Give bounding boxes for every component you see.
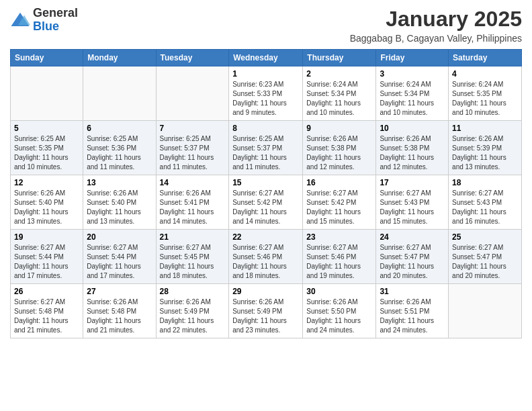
table-cell: 16Sunrise: 6:27 AM Sunset: 5:42 PM Dayli… bbox=[303, 175, 376, 230]
table-cell: 22Sunrise: 6:27 AM Sunset: 5:46 PM Dayli… bbox=[229, 230, 303, 284]
table-cell: 18Sunrise: 6:27 AM Sunset: 5:43 PM Dayli… bbox=[449, 175, 522, 230]
day-info: Sunrise: 6:26 AM Sunset: 5:41 PM Dayligh… bbox=[160, 189, 226, 226]
day-number: 13 bbox=[87, 178, 152, 187]
day-info: Sunrise: 6:25 AM Sunset: 5:37 PM Dayligh… bbox=[160, 134, 226, 172]
day-info: Sunrise: 6:27 AM Sunset: 5:44 PM Dayligh… bbox=[14, 243, 79, 281]
table-cell: 10Sunrise: 6:26 AM Sunset: 5:38 PM Dayli… bbox=[376, 121, 449, 175]
day-info: Sunrise: 6:24 AM Sunset: 5:34 PM Dayligh… bbox=[380, 80, 445, 118]
day-info: Sunrise: 6:26 AM Sunset: 5:40 PM Dayligh… bbox=[87, 189, 152, 226]
header-wednesday: Wednesday bbox=[229, 50, 303, 66]
day-number: 22 bbox=[232, 232, 299, 242]
day-info: Sunrise: 6:27 AM Sunset: 5:43 PM Dayligh… bbox=[452, 189, 518, 226]
table-cell: 31Sunrise: 6:26 AM Sunset: 5:51 PM Dayli… bbox=[376, 284, 449, 338]
table-cell: 26Sunrise: 6:27 AM Sunset: 5:48 PM Dayli… bbox=[11, 284, 83, 338]
day-number: 5 bbox=[14, 124, 79, 133]
day-number: 4 bbox=[452, 69, 518, 79]
table-cell: 2Sunrise: 6:24 AM Sunset: 5:34 PM Daylig… bbox=[303, 66, 376, 121]
day-info: Sunrise: 6:25 AM Sunset: 5:36 PM Dayligh… bbox=[87, 134, 152, 172]
table-cell: 4Sunrise: 6:24 AM Sunset: 5:35 PM Daylig… bbox=[449, 66, 522, 121]
day-number: 16 bbox=[306, 178, 372, 187]
day-number: 28 bbox=[160, 287, 226, 296]
day-number: 14 bbox=[160, 178, 226, 187]
table-cell: 25Sunrise: 6:27 AM Sunset: 5:47 PM Dayli… bbox=[449, 230, 522, 284]
location-title: Baggabag B, Cagayan Valley, Philippines bbox=[350, 33, 522, 44]
table-cell: 27Sunrise: 6:26 AM Sunset: 5:48 PM Dayli… bbox=[83, 284, 156, 338]
day-number: 10 bbox=[380, 124, 445, 133]
day-info: Sunrise: 6:26 AM Sunset: 5:38 PM Dayligh… bbox=[306, 134, 372, 172]
logo-text: General Blue bbox=[33, 7, 78, 34]
week-row-1: 1Sunrise: 6:23 AM Sunset: 5:33 PM Daylig… bbox=[11, 66, 522, 121]
day-number: 29 bbox=[232, 287, 299, 296]
day-info: Sunrise: 6:24 AM Sunset: 5:35 PM Dayligh… bbox=[452, 80, 518, 118]
day-info: Sunrise: 6:25 AM Sunset: 5:37 PM Dayligh… bbox=[232, 134, 299, 172]
day-info: Sunrise: 6:26 AM Sunset: 5:50 PM Dayligh… bbox=[306, 298, 372, 335]
logo: General Blue bbox=[10, 7, 78, 34]
table-cell bbox=[11, 66, 83, 121]
day-info: Sunrise: 6:27 AM Sunset: 5:44 PM Dayligh… bbox=[87, 243, 152, 281]
header-saturday: Saturday bbox=[449, 50, 522, 66]
table-cell bbox=[449, 284, 522, 338]
table-cell bbox=[83, 66, 156, 121]
day-number: 8 bbox=[232, 124, 299, 133]
day-info: Sunrise: 6:25 AM Sunset: 5:35 PM Dayligh… bbox=[14, 134, 79, 172]
day-number: 9 bbox=[306, 124, 372, 133]
table-cell: 30Sunrise: 6:26 AM Sunset: 5:50 PM Dayli… bbox=[303, 284, 376, 338]
day-info: Sunrise: 6:23 AM Sunset: 5:33 PM Dayligh… bbox=[232, 80, 299, 118]
day-number: 17 bbox=[380, 178, 445, 187]
logo-general: General bbox=[33, 6, 78, 19]
weekday-header-row: Sunday Monday Tuesday Wednesday Thursday… bbox=[11, 50, 522, 66]
table-cell: 9Sunrise: 6:26 AM Sunset: 5:38 PM Daylig… bbox=[303, 121, 376, 175]
day-number: 1 bbox=[232, 69, 299, 79]
day-number: 24 bbox=[380, 232, 445, 242]
table-cell: 3Sunrise: 6:24 AM Sunset: 5:34 PM Daylig… bbox=[376, 66, 449, 121]
day-number: 23 bbox=[306, 232, 372, 242]
day-number: 6 bbox=[87, 124, 152, 133]
day-number: 30 bbox=[306, 287, 372, 296]
table-cell: 7Sunrise: 6:25 AM Sunset: 5:37 PM Daylig… bbox=[156, 121, 229, 175]
day-number: 26 bbox=[14, 287, 79, 296]
day-info: Sunrise: 6:26 AM Sunset: 5:38 PM Dayligh… bbox=[380, 134, 445, 172]
day-info: Sunrise: 6:26 AM Sunset: 5:40 PM Dayligh… bbox=[14, 189, 79, 226]
day-info: Sunrise: 6:26 AM Sunset: 5:39 PM Dayligh… bbox=[452, 134, 518, 172]
day-number: 11 bbox=[452, 124, 518, 133]
day-info: Sunrise: 6:26 AM Sunset: 5:49 PM Dayligh… bbox=[232, 298, 299, 335]
calendar-table: Sunday Monday Tuesday Wednesday Thursday… bbox=[10, 49, 522, 338]
table-cell: 6Sunrise: 6:25 AM Sunset: 5:36 PM Daylig… bbox=[83, 121, 156, 175]
day-number: 3 bbox=[380, 69, 445, 79]
day-info: Sunrise: 6:24 AM Sunset: 5:34 PM Dayligh… bbox=[306, 80, 372, 118]
logo-icon bbox=[10, 10, 30, 30]
day-info: Sunrise: 6:27 AM Sunset: 5:42 PM Dayligh… bbox=[232, 189, 299, 226]
day-info: Sunrise: 6:26 AM Sunset: 5:51 PM Dayligh… bbox=[380, 298, 445, 335]
table-cell: 13Sunrise: 6:26 AM Sunset: 5:40 PM Dayli… bbox=[83, 175, 156, 230]
day-info: Sunrise: 6:26 AM Sunset: 5:48 PM Dayligh… bbox=[87, 298, 152, 335]
week-row-5: 26Sunrise: 6:27 AM Sunset: 5:48 PM Dayli… bbox=[11, 284, 522, 338]
table-cell: 24Sunrise: 6:27 AM Sunset: 5:47 PM Dayli… bbox=[376, 230, 449, 284]
title-block: January 2025 Baggabag B, Cagayan Valley,… bbox=[350, 7, 522, 44]
day-info: Sunrise: 6:27 AM Sunset: 5:42 PM Dayligh… bbox=[306, 189, 372, 226]
header-tuesday: Tuesday bbox=[156, 50, 229, 66]
day-number: 27 bbox=[87, 287, 152, 296]
header-monday: Monday bbox=[83, 50, 156, 66]
page-header: General Blue January 2025 Baggabag B, Ca… bbox=[10, 7, 522, 44]
day-number: 12 bbox=[14, 178, 79, 187]
table-cell: 15Sunrise: 6:27 AM Sunset: 5:42 PM Dayli… bbox=[229, 175, 303, 230]
logo-blue: Blue bbox=[33, 19, 59, 33]
table-cell: 5Sunrise: 6:25 AM Sunset: 5:35 PM Daylig… bbox=[11, 121, 83, 175]
day-number: 18 bbox=[452, 178, 518, 187]
day-info: Sunrise: 6:27 AM Sunset: 5:46 PM Dayligh… bbox=[232, 243, 299, 281]
day-number: 7 bbox=[160, 124, 226, 133]
week-row-2: 5Sunrise: 6:25 AM Sunset: 5:35 PM Daylig… bbox=[11, 121, 522, 175]
table-cell: 11Sunrise: 6:26 AM Sunset: 5:39 PM Dayli… bbox=[449, 121, 522, 175]
table-cell: 28Sunrise: 6:26 AM Sunset: 5:49 PM Dayli… bbox=[156, 284, 229, 338]
table-cell: 23Sunrise: 6:27 AM Sunset: 5:46 PM Dayli… bbox=[303, 230, 376, 284]
day-info: Sunrise: 6:27 AM Sunset: 5:46 PM Dayligh… bbox=[306, 243, 372, 281]
day-info: Sunrise: 6:27 AM Sunset: 5:48 PM Dayligh… bbox=[14, 298, 79, 335]
table-cell: 14Sunrise: 6:26 AM Sunset: 5:41 PM Dayli… bbox=[156, 175, 229, 230]
day-number: 20 bbox=[87, 232, 152, 242]
month-title: January 2025 bbox=[350, 7, 522, 32]
week-row-4: 19Sunrise: 6:27 AM Sunset: 5:44 PM Dayli… bbox=[11, 230, 522, 284]
day-info: Sunrise: 6:27 AM Sunset: 5:45 PM Dayligh… bbox=[160, 243, 226, 281]
day-number: 25 bbox=[452, 232, 518, 242]
table-cell bbox=[156, 66, 229, 121]
day-info: Sunrise: 6:27 AM Sunset: 5:47 PM Dayligh… bbox=[452, 243, 518, 281]
